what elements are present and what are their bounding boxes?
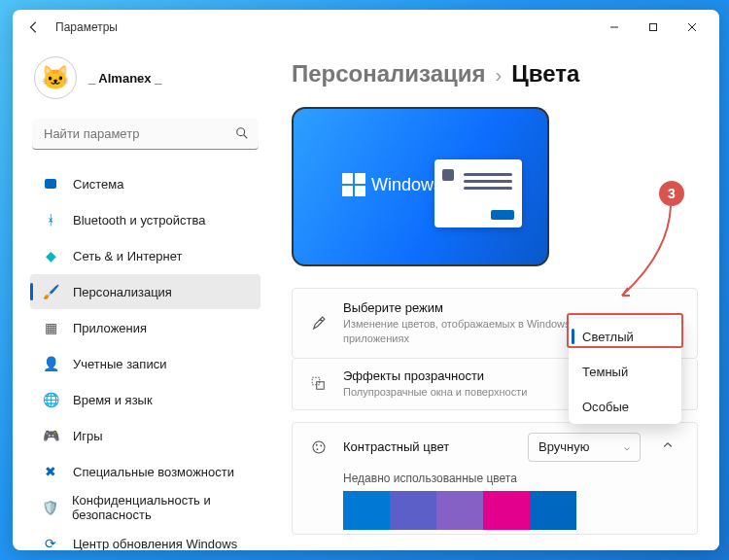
- mode-dropdown-menu: Светлый Темный Особые: [569, 319, 681, 424]
- svg-point-2: [237, 128, 245, 136]
- brush-icon: [308, 312, 330, 333]
- nav-item-time[interactable]: 🌐Время и язык: [30, 382, 260, 417]
- system-icon: [42, 175, 59, 192]
- svg-rect-1: [650, 24, 657, 31]
- page-title: Цвета: [511, 60, 579, 88]
- svg-rect-4: [312, 377, 320, 385]
- breadcrumb: Персонализация › Цвета: [292, 60, 698, 88]
- transparency-icon: [308, 373, 330, 395]
- color-swatch[interactable]: [390, 491, 436, 530]
- mode-option-custom[interactable]: Особые: [569, 389, 681, 424]
- window-controls: [595, 12, 712, 43]
- nav-item-privacy[interactable]: 🛡️Конфиденциальность и безопасность: [30, 490, 260, 525]
- personalization-icon: 🖌️: [42, 283, 59, 300]
- nav-item-accessibility[interactable]: ✖Специальные возможности: [30, 454, 260, 489]
- nav-label: Центр обновления Windows: [73, 537, 237, 551]
- svg-line-3: [244, 135, 248, 139]
- color-swatch[interactable]: [343, 491, 390, 530]
- minimize-button[interactable]: [595, 12, 634, 43]
- breadcrumb-parent[interactable]: Персонализация: [292, 60, 486, 88]
- desktop-preview: Windows: [292, 107, 549, 266]
- accent-color-section: Контрастный цвет Вручную ⌵ Недавно испол…: [292, 422, 698, 535]
- search-box: [32, 119, 259, 150]
- expand-button[interactable]: [654, 439, 681, 454]
- nav-item-update[interactable]: ⟳Центр обновления Windows: [30, 526, 260, 550]
- mode-title: Выберите режим: [343, 300, 672, 315]
- mode-option-light[interactable]: Светлый: [569, 319, 681, 354]
- nav-label: Специальные возможности: [73, 465, 234, 479]
- profile[interactable]: 🐱 _ Almanex _: [30, 49, 260, 115]
- avatar: 🐱: [34, 56, 77, 99]
- nav-item-gaming[interactable]: 🎮Игры: [30, 418, 260, 453]
- back-button[interactable]: [20, 14, 48, 41]
- privacy-icon: 🛡️: [42, 499, 58, 516]
- annotation-arrow: [614, 204, 675, 301]
- nav-item-personalization[interactable]: 🖌️Персонализация: [30, 274, 260, 309]
- sidebar: 🐱 _ Almanex _ Система ᚼBluetooth и устро…: [13, 45, 270, 550]
- apps-icon: ▦: [42, 319, 59, 336]
- search-input[interactable]: [32, 119, 259, 150]
- nav-item-network[interactable]: ◆Сеть & и Интернет: [30, 238, 260, 273]
- nav-label: Система: [73, 177, 123, 192]
- nav-label: Учетные записи: [73, 357, 166, 371]
- recent-color-swatches: [343, 491, 681, 530]
- bluetooth-icon: ᚼ: [42, 211, 59, 228]
- accessibility-icon: ✖: [42, 463, 59, 480]
- window-title: Параметры: [55, 20, 118, 34]
- brand-text: Windows: [371, 175, 442, 195]
- color-swatch[interactable]: [483, 491, 530, 530]
- nav-item-system[interactable]: Система: [30, 166, 260, 201]
- windows-logo: Windows: [342, 173, 442, 196]
- nav-label: Bluetooth и устройства: [73, 213, 205, 228]
- nav-label: Персонализация: [73, 285, 172, 299]
- nav-item-bluetooth[interactable]: ᚼBluetooth и устройства: [30, 202, 260, 237]
- accent-title: Контрастный цвет: [343, 439, 518, 454]
- chevron-down-icon: ⌵: [624, 441, 630, 452]
- maximize-button[interactable]: [634, 12, 673, 43]
- color-swatch[interactable]: [436, 491, 483, 530]
- chevron-right-icon: ›: [496, 64, 503, 87]
- svg-rect-5: [317, 381, 325, 389]
- svg-point-6: [313, 441, 325, 453]
- svg-point-9: [317, 448, 319, 450]
- accent-value: Вручную: [538, 439, 589, 454]
- username: _ Almanex _: [88, 71, 161, 86]
- preview-window-card: [434, 159, 522, 228]
- nav-label: Сеть & и Интернет: [73, 249, 182, 263]
- annotation-badge: 3: [659, 181, 684, 206]
- nav-list: Система ᚼBluetooth и устройства ◆Сеть & …: [30, 165, 260, 550]
- color-swatch[interactable]: [530, 491, 576, 530]
- nav-label: Игры: [73, 429, 103, 443]
- nav-label: Время и язык: [73, 393, 153, 407]
- settings-window: Параметры 🐱 _ Almanex _ Система ᚼBluetoo…: [13, 10, 719, 550]
- nav-item-accounts[interactable]: 👤Учетные записи: [30, 346, 260, 381]
- accounts-icon: 👤: [42, 355, 59, 372]
- nav-label: Приложения: [73, 321, 147, 335]
- mode-option-dark[interactable]: Темный: [569, 354, 681, 389]
- network-icon: ◆: [42, 247, 59, 264]
- close-button[interactable]: [673, 12, 712, 43]
- update-icon: ⟳: [42, 535, 59, 550]
- nav-item-apps[interactable]: ▦Приложения: [30, 310, 260, 345]
- titlebar: Параметры: [13, 10, 719, 45]
- time-icon: 🌐: [42, 391, 59, 408]
- gaming-icon: 🎮: [42, 427, 59, 444]
- palette-icon: [308, 437, 330, 458]
- svg-point-8: [320, 444, 322, 446]
- accent-dropdown[interactable]: Вручную ⌵: [528, 433, 641, 462]
- recent-colors-label: Недавно использованные цвета: [343, 472, 681, 485]
- search-icon: [235, 126, 249, 143]
- svg-point-7: [316, 443, 318, 445]
- nav-label: Конфиденциальность и безопасность: [72, 493, 253, 522]
